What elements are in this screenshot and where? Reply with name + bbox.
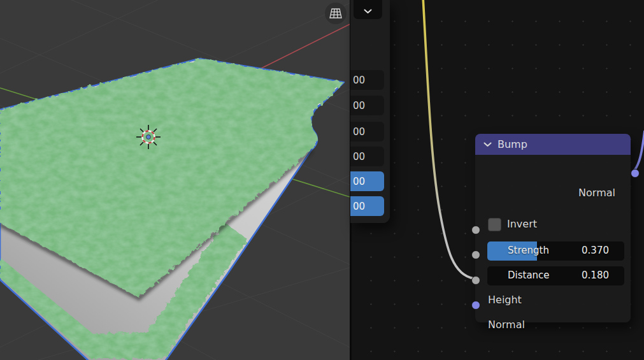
value-field[interactable]: 00 <box>350 147 384 166</box>
strength-input-socket[interactable] <box>471 226 480 234</box>
chevron-down-icon <box>483 142 492 147</box>
strength-label: Strength <box>508 245 549 256</box>
link-from-normal-output <box>633 131 644 171</box>
strength-slider[interactable]: Strength 0.370 <box>487 241 624 261</box>
perspective-grid-button[interactable] <box>325 3 347 24</box>
node-dropdown[interactable] <box>354 0 382 19</box>
normal-input-label: Normal <box>488 319 525 331</box>
invert-checkbox[interactable] <box>488 218 501 231</box>
normal-input-socket[interactable] <box>471 301 480 310</box>
slider-field[interactable]: 00 <box>350 171 384 191</box>
value-field[interactable]: 00 <box>350 122 384 141</box>
chevron-down-icon <box>364 9 372 14</box>
output-normal-label: Normal <box>578 187 615 199</box>
link-to-height-input <box>423 0 474 278</box>
bump-node-header[interactable]: Bump <box>475 134 631 155</box>
slider-field[interactable]: 00 <box>350 196 384 216</box>
normal-output-socket[interactable] <box>631 169 640 178</box>
height-input-socket[interactable] <box>471 276 480 285</box>
value-field[interactable]: 00 <box>350 96 384 115</box>
distance-slider[interactable]: Distance 0.180 <box>487 266 624 285</box>
strength-value: 0.370 <box>582 245 609 256</box>
distance-label: Distance <box>508 270 550 281</box>
bump-node[interactable]: Bump Normal Invert Strength 0.370 Distan… <box>475 134 631 322</box>
bump-node-body: Normal Invert Strength 0.370 Distance 0.… <box>475 155 631 322</box>
distance-value: 0.180 <box>582 270 609 281</box>
value-field[interactable]: 00 <box>350 70 384 90</box>
blender-window: 00 00 00 00 00 00 Bump Normal Invert <box>0 0 644 360</box>
shader-node-editor[interactable]: 00 00 00 00 00 00 Bump Normal Invert <box>350 0 644 360</box>
distance-input-socket[interactable] <box>471 250 480 259</box>
height-input-label: Height <box>488 294 522 306</box>
3d-viewport[interactable] <box>0 0 350 360</box>
partial-node[interactable]: 00 00 00 00 00 00 <box>350 0 390 223</box>
node-title: Bump <box>497 138 527 150</box>
invert-label: Invert <box>507 218 537 230</box>
